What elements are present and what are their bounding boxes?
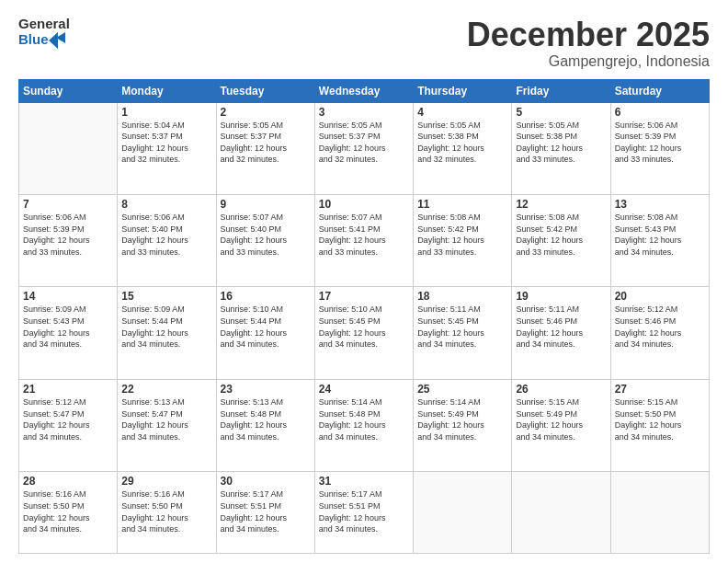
cell-info: Sunrise: 5:12 AM Sunset: 5:47 PM Dayligh… <box>23 396 113 442</box>
table-row: 11Sunrise: 5:08 AM Sunset: 5:42 PM Dayli… <box>414 195 512 287</box>
logo-blue: Blue <box>18 32 70 49</box>
table-row: 9Sunrise: 5:07 AM Sunset: 5:40 PM Daylig… <box>216 195 314 287</box>
day-number: 9 <box>221 198 311 211</box>
cell-info: Sunrise: 5:11 AM Sunset: 5:46 PM Dayligh… <box>516 304 606 350</box>
day-number: 30 <box>221 475 311 488</box>
cell-info: Sunrise: 5:09 AM Sunset: 5:44 PM Dayligh… <box>121 304 211 350</box>
table-row: 16Sunrise: 5:10 AM Sunset: 5:44 PM Dayli… <box>216 287 314 379</box>
day-number: 5 <box>516 106 606 119</box>
col-friday: Friday <box>512 79 610 102</box>
calendar-table: Sunday Monday Tuesday Wednesday Thursday… <box>18 79 710 554</box>
day-number: 26 <box>516 383 606 396</box>
day-number: 17 <box>319 290 409 303</box>
table-row <box>19 102 118 194</box>
table-row: 1Sunrise: 5:04 AM Sunset: 5:37 PM Daylig… <box>118 102 216 194</box>
day-number: 24 <box>319 383 409 396</box>
day-number: 20 <box>615 290 705 303</box>
table-row: 2Sunrise: 5:05 AM Sunset: 5:37 PM Daylig… <box>216 102 314 194</box>
cell-info: Sunrise: 5:15 AM Sunset: 5:50 PM Dayligh… <box>615 396 705 442</box>
cell-info: Sunrise: 5:10 AM Sunset: 5:44 PM Dayligh… <box>221 304 311 350</box>
cell-info: Sunrise: 5:11 AM Sunset: 5:45 PM Dayligh… <box>417 304 507 350</box>
table-row: 19Sunrise: 5:11 AM Sunset: 5:46 PM Dayli… <box>512 287 610 379</box>
cell-info: Sunrise: 5:16 AM Sunset: 5:50 PM Dayligh… <box>23 488 113 534</box>
logo-general: General <box>18 17 70 32</box>
table-row <box>512 472 610 554</box>
col-sunday: Sunday <box>19 79 118 102</box>
day-number: 10 <box>319 198 409 211</box>
col-monday: Monday <box>118 79 216 102</box>
day-number: 27 <box>615 383 705 396</box>
col-thursday: Thursday <box>414 79 512 102</box>
cell-info: Sunrise: 5:16 AM Sunset: 5:50 PM Dayligh… <box>121 488 211 534</box>
table-row: 23Sunrise: 5:13 AM Sunset: 5:48 PM Dayli… <box>216 379 314 471</box>
cell-info: Sunrise: 5:05 AM Sunset: 5:38 PM Dayligh… <box>516 120 606 166</box>
cell-info: Sunrise: 5:14 AM Sunset: 5:49 PM Dayligh… <box>417 396 507 442</box>
cell-info: Sunrise: 5:06 AM Sunset: 5:39 PM Dayligh… <box>615 120 705 166</box>
table-row: 12Sunrise: 5:08 AM Sunset: 5:42 PM Dayli… <box>512 195 610 287</box>
cell-info: Sunrise: 5:12 AM Sunset: 5:46 PM Dayligh… <box>615 304 705 350</box>
day-number: 19 <box>516 290 606 303</box>
table-row: 4Sunrise: 5:05 AM Sunset: 5:38 PM Daylig… <box>414 102 512 194</box>
table-row: 29Sunrise: 5:16 AM Sunset: 5:50 PM Dayli… <box>118 472 216 554</box>
table-row: 5Sunrise: 5:05 AM Sunset: 5:38 PM Daylig… <box>512 102 610 194</box>
table-row: 6Sunrise: 5:06 AM Sunset: 5:39 PM Daylig… <box>610 102 709 194</box>
table-row: 27Sunrise: 5:15 AM Sunset: 5:50 PM Dayli… <box>610 379 709 471</box>
location: Gampengrejo, Indonesia <box>467 53 710 70</box>
cell-info: Sunrise: 5:05 AM Sunset: 5:37 PM Dayligh… <box>221 120 311 166</box>
day-number: 8 <box>121 198 211 211</box>
cell-info: Sunrise: 5:15 AM Sunset: 5:49 PM Dayligh… <box>516 396 606 442</box>
day-number: 1 <box>121 106 211 119</box>
table-row: 22Sunrise: 5:13 AM Sunset: 5:47 PM Dayli… <box>118 379 216 471</box>
calendar-week-row: 21Sunrise: 5:12 AM Sunset: 5:47 PM Dayli… <box>19 379 710 471</box>
cell-info: Sunrise: 5:05 AM Sunset: 5:37 PM Dayligh… <box>319 120 409 166</box>
day-number: 3 <box>319 106 409 119</box>
table-row: 28Sunrise: 5:16 AM Sunset: 5:50 PM Dayli… <box>19 472 118 554</box>
cell-info: Sunrise: 5:10 AM Sunset: 5:45 PM Dayligh… <box>319 304 409 350</box>
table-row: 13Sunrise: 5:08 AM Sunset: 5:43 PM Dayli… <box>610 195 709 287</box>
day-number: 22 <box>121 383 211 396</box>
calendar-week-row: 14Sunrise: 5:09 AM Sunset: 5:43 PM Dayli… <box>19 287 710 379</box>
col-saturday: Saturday <box>610 79 709 102</box>
cell-info: Sunrise: 5:13 AM Sunset: 5:48 PM Dayligh… <box>221 396 311 442</box>
logo: General Blue <box>18 17 70 49</box>
day-number: 6 <box>615 106 705 119</box>
day-number: 23 <box>221 383 311 396</box>
day-number: 4 <box>417 106 507 119</box>
col-wednesday: Wednesday <box>314 79 413 102</box>
calendar-week-row: 1Sunrise: 5:04 AM Sunset: 5:37 PM Daylig… <box>19 102 710 194</box>
table-row: 26Sunrise: 5:15 AM Sunset: 5:49 PM Dayli… <box>512 379 610 471</box>
cell-info: Sunrise: 5:08 AM Sunset: 5:42 PM Dayligh… <box>417 212 507 258</box>
table-row: 8Sunrise: 5:06 AM Sunset: 5:40 PM Daylig… <box>118 195 216 287</box>
day-number: 29 <box>121 475 211 488</box>
table-row: 14Sunrise: 5:09 AM Sunset: 5:43 PM Dayli… <box>19 287 118 379</box>
cell-info: Sunrise: 5:08 AM Sunset: 5:43 PM Dayligh… <box>615 212 705 258</box>
day-number: 13 <box>615 198 705 211</box>
cell-info: Sunrise: 5:09 AM Sunset: 5:43 PM Dayligh… <box>23 304 113 350</box>
table-row: 15Sunrise: 5:09 AM Sunset: 5:44 PM Dayli… <box>118 287 216 379</box>
cell-info: Sunrise: 5:17 AM Sunset: 5:51 PM Dayligh… <box>221 488 311 534</box>
calendar-week-row: 28Sunrise: 5:16 AM Sunset: 5:50 PM Dayli… <box>19 472 710 554</box>
svg-marker-0 <box>49 32 58 49</box>
table-row: 3Sunrise: 5:05 AM Sunset: 5:37 PM Daylig… <box>314 102 413 194</box>
day-number: 25 <box>417 383 507 396</box>
table-row: 31Sunrise: 5:17 AM Sunset: 5:51 PM Dayli… <box>314 472 413 554</box>
table-row: 21Sunrise: 5:12 AM Sunset: 5:47 PM Dayli… <box>19 379 118 471</box>
calendar-week-row: 7Sunrise: 5:06 AM Sunset: 5:39 PM Daylig… <box>19 195 710 287</box>
cell-info: Sunrise: 5:04 AM Sunset: 5:37 PM Dayligh… <box>121 120 211 166</box>
day-number: 7 <box>23 198 113 211</box>
table-row: 20Sunrise: 5:12 AM Sunset: 5:46 PM Dayli… <box>610 287 709 379</box>
header: General Blue December 2025 Gampengrejo, … <box>18 17 710 70</box>
table-row <box>414 472 512 554</box>
day-number: 28 <box>23 475 113 488</box>
table-row: 25Sunrise: 5:14 AM Sunset: 5:49 PM Dayli… <box>414 379 512 471</box>
day-number: 2 <box>221 106 311 119</box>
col-tuesday: Tuesday <box>216 79 314 102</box>
table-row <box>610 472 709 554</box>
table-row: 30Sunrise: 5:17 AM Sunset: 5:51 PM Dayli… <box>216 472 314 554</box>
cell-info: Sunrise: 5:07 AM Sunset: 5:40 PM Dayligh… <box>221 212 311 258</box>
day-number: 11 <box>417 198 507 211</box>
month-title: December 2025 <box>467 17 710 53</box>
table-row: 18Sunrise: 5:11 AM Sunset: 5:45 PM Dayli… <box>414 287 512 379</box>
cell-info: Sunrise: 5:14 AM Sunset: 5:48 PM Dayligh… <box>319 396 409 442</box>
title-block: December 2025 Gampengrejo, Indonesia <box>467 17 710 70</box>
